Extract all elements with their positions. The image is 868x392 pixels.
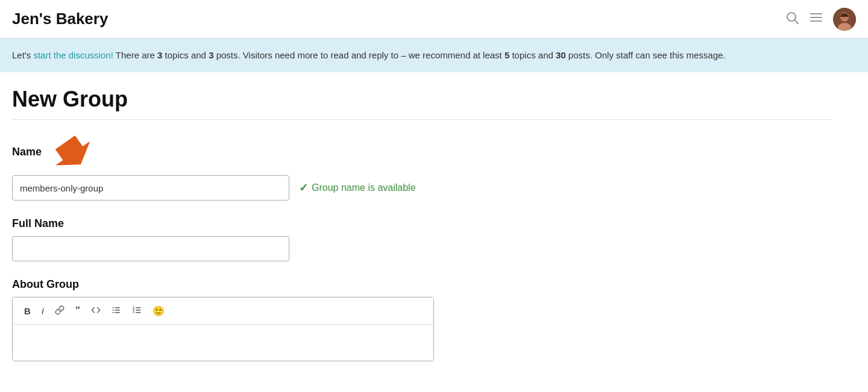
header: Jen's Bakery [0, 0, 868, 39]
editor-body[interactable] [13, 325, 433, 361]
search-icon[interactable] [785, 10, 799, 28]
page-title: New Group [12, 87, 832, 112]
notice-prefix: Let's [12, 50, 33, 60]
about-section: About Group B I " [12, 278, 832, 361]
full-name-label: Full Name [12, 217, 832, 230]
svg-point-15 [113, 312, 114, 313]
editor-toolbar: B I " [13, 297, 433, 325]
checkmark-icon: ✓ [299, 181, 308, 194]
name-section: Name ✓ Group name is available [12, 134, 832, 201]
notice-link[interactable]: start the discussion! [33, 50, 113, 60]
notice-mid3: topics and [509, 50, 556, 60]
code-button[interactable] [87, 303, 105, 319]
italic-button[interactable]: I [37, 303, 48, 319]
full-name-input-row [12, 236, 832, 261]
link-button[interactable] [51, 303, 69, 319]
notice-mid2: posts. Visitors need more to read and re… [213, 50, 504, 60]
site-title: Jen's Bakery [12, 10, 108, 28]
menu-icon[interactable] [809, 10, 823, 28]
svg-line-1 [795, 20, 799, 23]
emoji-button[interactable]: 🙂 [148, 303, 169, 319]
availability-text: Group name is available [312, 182, 416, 193]
full-name-section: Full Name [12, 217, 832, 261]
rec-posts: 30 [556, 50, 566, 60]
arrow-annotation [48, 134, 96, 169]
full-name-input[interactable] [12, 236, 289, 261]
availability-message: ✓ Group name is available [299, 181, 416, 194]
header-actions [785, 8, 856, 31]
divider [12, 119, 832, 120]
bold-button[interactable]: B [20, 303, 35, 319]
main-content: New Group Name ✓ Group name is available… [0, 72, 844, 392]
quote-button[interactable]: " [71, 302, 84, 319]
svg-text:3: 3 [133, 311, 134, 314]
notice-suffix: posts. Only staff can see this message. [566, 50, 726, 60]
about-label: About Group [12, 278, 832, 291]
notice-message: There are [113, 50, 157, 60]
name-label: Name [12, 134, 832, 169]
svg-point-14 [113, 310, 114, 311]
notice-banner: Let's start the discussion! There are 3 … [0, 39, 868, 72]
avatar[interactable] [833, 8, 856, 31]
notice-mid1: topics and [162, 50, 209, 60]
bullet-list-button[interactable] [107, 303, 125, 319]
name-input-row: ✓ Group name is available [12, 175, 832, 201]
svg-point-13 [113, 307, 114, 308]
name-input[interactable] [12, 175, 289, 201]
svg-marker-9 [48, 134, 96, 169]
editor-container: B I " [12, 297, 434, 361]
numbered-list-button[interactable]: 1 2 3 [128, 303, 146, 319]
